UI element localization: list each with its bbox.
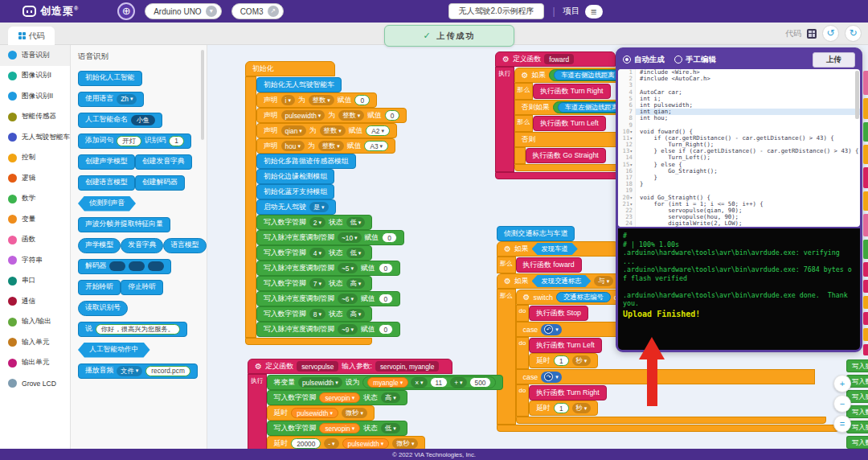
- turn-right-sign-icon[interactable]: ↷▾: [541, 372, 562, 383]
- block-dropdown[interactable]: 整数▾: [318, 141, 344, 151]
- block-dropdown[interactable]: 高▾: [346, 309, 366, 319]
- palette-block[interactable]: 语言模型: [163, 238, 206, 253]
- palette-block[interactable]: 停止聆听: [121, 280, 163, 295]
- block-dropdown[interactable]: i▾: [281, 95, 295, 105]
- block-value-input[interactable]: record.pcm: [145, 366, 190, 376]
- palette-block[interactable]: 解码器: [78, 259, 171, 274]
- block-dropdown[interactable]: +▾: [450, 377, 466, 388]
- upload-button[interactable]: 上传: [813, 52, 855, 68]
- block-reporter[interactable]: 车道右侧边线距离: [554, 70, 621, 80]
- block-head[interactable]: ⚙定义函数servopulse输入参数:servopin, myangle: [248, 359, 452, 374]
- block-variable[interactable]: myangle▾: [367, 377, 408, 388]
- block-wrap[interactable]: ⚙如果发现车道那么执行函数 foward: [497, 241, 619, 273]
- project-name-pill[interactable]: 无人驾驶2.0示例程序: [448, 3, 545, 19]
- block-empty-slot[interactable]: [148, 261, 164, 271]
- sidebar-item[interactable]: 图像识别I: [0, 66, 70, 87]
- block-dropdown[interactable]: 低▾: [346, 217, 366, 228]
- block-row[interactable]: 执行函数 foward: [516, 257, 582, 273]
- workspace-zoom-out-button[interactable]: −: [833, 395, 851, 413]
- block-row[interactable]: 初始化多路循迹传感器模组: [256, 154, 356, 169]
- radio-manual-edit[interactable]: 手工编辑: [674, 55, 716, 65]
- block-value-input[interactable]: 20000: [291, 438, 321, 449]
- palette-block[interactable]: 创建解码器: [135, 175, 185, 191]
- block-row[interactable]: 写入脉冲宽度调制管脚~6▾赋值0: [256, 291, 400, 306]
- block-dropdown[interactable]: 秒▾: [572, 355, 592, 366]
- palette-block[interactable]: 声学模型: [78, 238, 121, 253]
- block-dropdown[interactable]: Zh▾: [117, 94, 137, 105]
- code-editor[interactable]: 1#include <Wire.h>2#include <AutoCar.h>3…: [618, 69, 860, 227]
- block-row[interactable]: 初始化边缘检测模组: [256, 169, 334, 184]
- project-menu-button[interactable]: ≣: [585, 5, 603, 18]
- port-select[interactable]: COM3 ↗: [231, 3, 284, 19]
- block-expression[interactable]: myangle▾×▾11+▾500: [362, 376, 496, 388]
- code-scrollbar[interactable]: [855, 71, 859, 119]
- block-row[interactable]: 将变量pulsewidth▾设为myangle▾×▾11+▾500: [267, 375, 504, 390]
- block-row[interactable]: 启动无人驾驶是▾: [256, 199, 336, 215]
- block-wrap[interactable]: ⚙定义函数servopulse输入参数:servopin, myangle执行将…: [248, 359, 503, 452]
- block-head[interactable]: 初始化: [245, 61, 335, 76]
- fold-icon[interactable]: ▾: [629, 129, 633, 134]
- block-row[interactable]: 写入数字管脚8▾状态高▾: [256, 306, 372, 322]
- palette-block[interactable]: 读取识别号: [78, 301, 128, 316]
- clipped-block-row[interactable]: 写入脉冲宽度调: [846, 359, 868, 372]
- block-dropdown[interactable]: 7▾: [309, 278, 326, 289]
- undo-button[interactable]: ↺: [822, 25, 839, 42]
- block-row[interactable]: 写入脉冲宽度调制管脚~5▾赋值0: [256, 261, 400, 276]
- sidebar-item[interactable]: 变量: [0, 209, 70, 230]
- block-value-dropdown[interactable]: A3▾: [364, 141, 388, 151]
- block-row[interactable]: 写入脉冲宽度调制管脚~9▾赋值0: [256, 322, 400, 337]
- redo-button[interactable]: ↻: [845, 25, 862, 42]
- block-variable[interactable]: pulsewidth▾: [342, 438, 390, 449]
- block-dropdown[interactable]: 整数▾: [320, 125, 346, 136]
- block-row[interactable]: 写入数字管脚4▾状态低▾: [256, 245, 372, 261]
- block-value-dropdown[interactable]: A2▾: [366, 125, 390, 136]
- block-row[interactable]: 执行函数 Turn Right: [533, 84, 610, 99]
- block-dropdown[interactable]: ~5▾: [338, 263, 358, 273]
- sidebar-item[interactable]: 输入单元: [0, 332, 70, 353]
- block-value-input[interactable]: 500: [469, 377, 492, 388]
- block-dropdown[interactable]: 低▾: [346, 248, 366, 258]
- palette-block[interactable]: 人工智能动作中: [78, 343, 150, 358]
- block-dropdown[interactable]: 2▾: [309, 217, 326, 228]
- block-row[interactable]: 写入数字管脚servopin▾状态高▾: [267, 390, 407, 405]
- block-row[interactable]: 初始化蓝牙支持模组: [256, 184, 334, 199]
- block-row[interactable]: 执行函数 Go Straight: [526, 148, 606, 163]
- sidebar-item[interactable]: 通信: [0, 291, 70, 312]
- turn-left-sign-icon[interactable]: ↶▾: [541, 324, 562, 335]
- block-value-input[interactable]: 0: [382, 232, 397, 243]
- block-dropdown[interactable]: ~9▾: [338, 324, 358, 335]
- sidebar-item[interactable]: 数学: [0, 189, 70, 210]
- block-dropdown[interactable]: pulsewidth▾: [298, 377, 342, 388]
- block-dropdown[interactable]: 整数▾: [309, 95, 334, 105]
- block-dropdown[interactable]: 低▾: [381, 423, 400, 433]
- fold-icon[interactable]: ▾: [629, 201, 633, 207]
- sidebar-item[interactable]: 语音识别: [0, 45, 70, 66]
- block-empty-slot[interactable]: [129, 261, 145, 271]
- block-value-input[interactable]: 0: [379, 294, 394, 304]
- palette-block[interactable]: 声波分帧并提取特征向量: [78, 217, 170, 232]
- block-row[interactable]: 侦测交通标志与车道: [497, 226, 575, 241]
- block-empty-slot[interactable]: [109, 261, 125, 271]
- block-dropdown[interactable]: 整数▾: [338, 110, 364, 121]
- palette-block[interactable]: 发音字典: [121, 238, 163, 253]
- sidebar-item[interactable]: 无人驾驶智能车: [0, 127, 70, 148]
- block-row[interactable]: 声明i▾为整数▾赋值0: [256, 92, 377, 108]
- block-dropdown[interactable]: pulsewidth▾: [281, 110, 326, 121]
- block-row[interactable]: 声明qian▾为整数▾赋值A2▾: [256, 123, 397, 138]
- board-select[interactable]: Arduino UNO ▾: [145, 3, 221, 19]
- block-dropdown[interactable]: ×▾: [411, 377, 427, 388]
- block-dropdown[interactable]: 微秒▾: [392, 438, 418, 449]
- sidebar-item[interactable]: 图像识别II: [0, 86, 70, 107]
- fold-icon[interactable]: ▾: [629, 148, 633, 154]
- block-value-input[interactable]: 开灯: [117, 136, 141, 146]
- sidebar-item[interactable]: Grove LCD: [0, 373, 70, 394]
- sidebar-item[interactable]: 串口: [0, 271, 70, 292]
- sidebar-item[interactable]: 输入/输出: [0, 312, 70, 333]
- block-value[interactable]: 小鱼: [131, 115, 156, 125]
- block-row[interactable]: 写入数字管脚servopin▾状态低▾: [267, 421, 407, 436]
- block-row[interactable]: 写入数字管脚7▾状态高▾: [256, 276, 372, 291]
- block-branch-head[interactable]: case↷▾: [516, 369, 815, 384]
- fold-icon[interactable]: ▾: [629, 135, 633, 141]
- palette-block[interactable]: 添加词句开灯识别码1: [78, 133, 191, 149]
- fold-icon[interactable]: ▾: [629, 162, 633, 167]
